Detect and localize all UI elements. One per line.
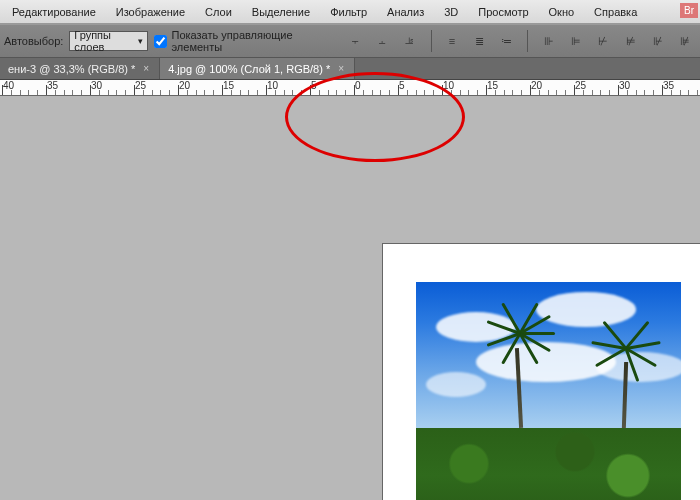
canvas-area[interactable] xyxy=(0,96,700,500)
foliage xyxy=(416,428,681,500)
ruler-number: 15 xyxy=(223,80,234,91)
menu-layers[interactable]: Слои xyxy=(195,2,242,22)
ruler-number: 5 xyxy=(399,80,405,91)
show-controls-checkbox[interactable]: Показать управляющие элементы xyxy=(154,29,322,53)
ruler-number: 5 xyxy=(311,80,317,91)
autoselect-label: Автовыбор: xyxy=(4,35,63,47)
options-bar: Автовыбор: Группы слоев Показать управля… xyxy=(0,24,700,58)
palm-fronds xyxy=(490,302,550,362)
menu-image[interactable]: Изображение xyxy=(106,2,195,22)
bridge-button[interactable]: Br xyxy=(680,3,698,18)
ruler-number: 10 xyxy=(443,80,454,91)
horizontal-ruler[interactable]: 40353025201510505101520253035 xyxy=(0,80,700,96)
ruler-number: 25 xyxy=(575,80,586,91)
ruler-number: 30 xyxy=(91,80,102,91)
distribute-1-icon[interactable]: ⊪ xyxy=(538,30,559,52)
menu-edit[interactable]: Редактирование xyxy=(2,2,106,22)
align-top-icon[interactable]: ⫟ xyxy=(345,30,366,52)
show-controls-label: Показать управляющие элементы xyxy=(171,29,322,53)
menu-bar: Редактирование Изображение Слои Выделени… xyxy=(0,0,700,24)
tab-doc-2[interactable]: 4.jpg @ 100% (Слой 1, RGB/8) * × xyxy=(160,58,355,79)
palm-fronds xyxy=(596,317,656,377)
ruler-number: 40 xyxy=(3,80,14,91)
close-icon[interactable]: × xyxy=(141,63,151,74)
tab-label: ени-3 @ 33,3% (RGB/8) * xyxy=(8,63,135,75)
close-icon[interactable]: × xyxy=(336,63,346,74)
autoselect-value: Группы слоев xyxy=(74,29,134,53)
ruler-number: 20 xyxy=(531,80,542,91)
menu-view[interactable]: Просмотр xyxy=(468,2,538,22)
divider xyxy=(431,30,432,52)
menu-analysis[interactable]: Анализ xyxy=(377,2,434,22)
align-vcenter-icon[interactable]: ⫠ xyxy=(372,30,393,52)
ruler-number: 35 xyxy=(47,80,58,91)
show-controls-input[interactable] xyxy=(154,35,167,48)
ruler-number: 0 xyxy=(355,80,361,91)
menu-help[interactable]: Справка xyxy=(584,2,647,22)
align-left-icon[interactable]: ≡ xyxy=(441,30,462,52)
align-bottom-icon[interactable]: ⫡ xyxy=(399,30,420,52)
menu-3d[interactable]: 3D xyxy=(434,2,468,22)
divider xyxy=(527,30,528,52)
align-right-icon[interactable]: ≔ xyxy=(496,30,517,52)
document-tabs: ени-3 @ 33,3% (RGB/8) * × 4.jpg @ 100% (… xyxy=(0,58,700,80)
document-image[interactable] xyxy=(416,282,681,500)
autoselect-dropdown[interactable]: Группы слоев xyxy=(69,31,148,51)
menu-select[interactable]: Выделение xyxy=(242,2,320,22)
tab-label: 4.jpg @ 100% (Слой 1, RGB/8) * xyxy=(168,63,330,75)
cloud xyxy=(426,372,486,397)
tab-doc-1[interactable]: ени-3 @ 33,3% (RGB/8) * × xyxy=(0,58,160,79)
ruler-number: 10 xyxy=(267,80,278,91)
menu-filter[interactable]: Фильтр xyxy=(320,2,377,22)
distribute-6-icon[interactable]: ⊯ xyxy=(675,30,696,52)
ruler-number: 15 xyxy=(487,80,498,91)
distribute-5-icon[interactable]: ⊮ xyxy=(647,30,668,52)
align-hcenter-icon[interactable]: ≣ xyxy=(469,30,490,52)
ruler-number: 35 xyxy=(663,80,674,91)
document-artboard[interactable] xyxy=(383,244,700,500)
distribute-4-icon[interactable]: ⊭ xyxy=(620,30,641,52)
ruler-number: 25 xyxy=(135,80,146,91)
ruler-number: 20 xyxy=(179,80,190,91)
distribute-3-icon[interactable]: ⊬ xyxy=(593,30,614,52)
menu-window[interactable]: Окно xyxy=(539,2,585,22)
ruler-number: 30 xyxy=(619,80,630,91)
distribute-2-icon[interactable]: ⊫ xyxy=(565,30,586,52)
